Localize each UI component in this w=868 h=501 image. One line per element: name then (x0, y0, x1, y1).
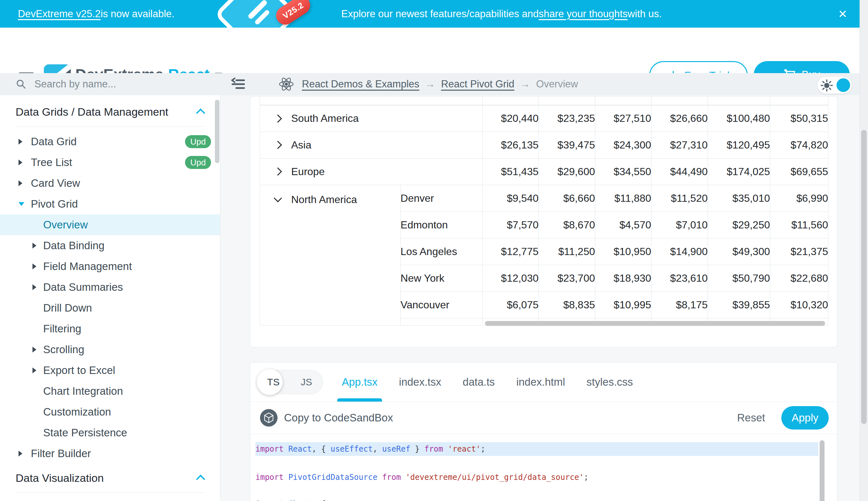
sidebar-item-customization[interactable]: Customization (0, 402, 220, 422)
pivot-cell[interactable]: $10,950 (595, 238, 651, 265)
chevron-right-icon[interactable] (274, 167, 282, 175)
pivot-horizontal-scrollbar[interactable] (485, 321, 825, 326)
pivot-cell[interactable]: $27,310 (651, 131, 708, 158)
pivot-cell[interactable]: $18,930 (595, 265, 651, 291)
sidebar-item-tree-list[interactable]: Tree ListUpd (0, 152, 220, 173)
code-tab-data-ts[interactable]: data.ts (463, 363, 495, 402)
pivot-city-los-angeles[interactable]: Los Angeles (400, 238, 482, 265)
breadcrumb-demos-link[interactable]: React Demos & Examples (302, 78, 419, 90)
code-vertical-scrollbar[interactable] (820, 440, 824, 501)
search-input[interactable] (34, 78, 191, 90)
pivot-cell[interactable]: $22,680 (770, 265, 828, 291)
apply-button[interactable]: Apply (781, 406, 829, 429)
switch-ts-label[interactable]: TS (258, 370, 289, 394)
pivot-cell[interactable]: $9,540 (483, 185, 539, 212)
sidebar-item-drill-down[interactable]: Drill Down (0, 298, 220, 318)
expand-arrow-icon[interactable] (32, 284, 36, 290)
theme-toggle-knob[interactable] (836, 78, 850, 92)
sidebar-item-data-binding[interactable]: Data Binding (0, 235, 220, 256)
theme-toggle[interactable] (817, 77, 852, 94)
code-line[interactable]: import PivotGridDataSource from 'devextr… (255, 470, 589, 484)
chevron-right-icon[interactable] (274, 141, 282, 149)
pivot-cell[interactable]: $8,670 (539, 212, 595, 238)
pivot-cell[interactable]: $7,010 (651, 212, 708, 238)
pivot-cell[interactable]: $44,490 (651, 158, 708, 185)
copy-to-codesandbox-label[interactable]: Copy to CodeSandBox (284, 412, 393, 424)
pivot-cell[interactable]: $29,250 (708, 212, 770, 238)
pivot-cell[interactable]: $69,655 (770, 158, 828, 185)
reset-button[interactable]: Reset (737, 412, 765, 424)
pivot-cell[interactable]: $8,175 (651, 291, 708, 318)
sidebar-item-data-grid[interactable]: Data GridUpd (0, 131, 220, 152)
sidebar-item-data-summaries[interactable]: Data Summaries (0, 277, 220, 298)
chevron-right-icon[interactable] (274, 114, 282, 122)
pivot-cell[interactable]: $100,480 (708, 105, 770, 131)
code-line[interactable]: import Chart, { (255, 497, 326, 501)
pivot-cell[interactable]: $27,510 (595, 105, 651, 131)
chevron-up-icon[interactable] (196, 475, 205, 484)
pivot-cell[interactable]: $12,775 (483, 238, 539, 265)
pivot-region-europe[interactable]: Europe (260, 158, 483, 185)
breadcrumb-component-link[interactable]: React Pivot Grid (441, 78, 515, 90)
pivot-region-north-america[interactable]: North America (260, 185, 400, 325)
page-scrollbar-track[interactable] (859, 0, 868, 501)
pivot-cell[interactable]: $74,820 (770, 131, 828, 158)
pivot-cell[interactable]: $50,790 (708, 265, 770, 291)
pivot-cell[interactable]: $14,900 (651, 238, 708, 265)
collapse-arrow-icon[interactable] (19, 202, 24, 206)
pivot-cell[interactable]: $20,440 (483, 105, 539, 131)
pivot-cell[interactable]: $4,570 (595, 212, 651, 238)
pivot-cell[interactable]: $39,855 (708, 291, 770, 318)
expand-arrow-icon[interactable] (19, 139, 22, 145)
pivot-cell[interactable]: $29,600 (539, 158, 595, 185)
code-tab-index-tsx[interactable]: index.tsx (399, 363, 441, 402)
banner-close-icon[interactable]: ✕ (833, 0, 853, 28)
sidebar-scrollbar[interactable] (215, 100, 219, 163)
expand-arrow-icon[interactable] (32, 243, 36, 248)
pivot-cell[interactable]: $6,075 (483, 291, 539, 318)
pivot-region-south-america[interactable]: South America (260, 105, 483, 131)
chevron-down-icon[interactable] (274, 194, 282, 202)
expand-arrow-icon[interactable] (19, 451, 22, 457)
pivot-cell[interactable]: $11,560 (770, 212, 828, 238)
page-scrollbar-thumb[interactable] (861, 130, 867, 424)
expand-arrow-icon[interactable] (32, 264, 36, 269)
pivot-cell[interactable]: $24,300 (595, 131, 651, 158)
sidebar-section-data-grids-data-management[interactable]: Data Grids / Data Management (0, 100, 220, 124)
sidebar-item-state-persistence[interactable]: State Persistence (0, 422, 220, 443)
sidebar-item-chart-integration[interactable]: Chart Integration (0, 381, 220, 402)
pivot-cell[interactable]: $21,375 (770, 238, 828, 265)
sidebar-item-field-management[interactable]: Field Management (0, 256, 220, 277)
pivot-cell[interactable]: $23,700 (539, 265, 595, 291)
chevron-up-icon[interactable] (196, 108, 205, 118)
sidebar-item-scrolling[interactable]: Scrolling (0, 339, 220, 360)
sidebar-section-data-visualization[interactable]: Data Visualization (0, 466, 220, 490)
pivot-cell[interactable]: $26,660 (651, 105, 708, 131)
code-line[interactable]: import React, { useEffect, useRef } from… (255, 442, 818, 456)
code-tab-index-html[interactable]: index.html (516, 363, 565, 402)
sidebar-item-overview[interactable]: Overview (0, 214, 220, 235)
pivot-cell[interactable]: $23,235 (539, 105, 595, 131)
pivot-region-asia[interactable]: Asia (260, 131, 483, 158)
pivot-cell[interactable]: $7,570 (483, 212, 539, 238)
pivot-cell[interactable]: $50,315 (770, 105, 828, 131)
pivot-cell[interactable]: $10,320 (770, 291, 828, 318)
pivot-cell[interactable]: $23,610 (651, 265, 708, 291)
sidebar-item-pivot-grid[interactable]: Pivot Grid (0, 194, 220, 214)
pivot-city-edmonton[interactable]: Edmonton (400, 212, 482, 238)
pivot-cell[interactable]: $120,495 (708, 131, 770, 158)
codesandbox-icon[interactable] (260, 409, 277, 427)
pivot-cell[interactable]: $12,030 (483, 265, 539, 291)
pivot-city-new-york[interactable]: New York (400, 265, 482, 291)
sidebar-collapse-icon[interactable] (230, 77, 245, 93)
share-thoughts-link[interactable]: share your thoughts (539, 8, 628, 20)
pivot-cell[interactable]: $49,300 (708, 238, 770, 265)
switch-js-label[interactable]: JS (290, 370, 323, 394)
sidebar-item-card-view[interactable]: Card View (0, 173, 220, 194)
pivot-cell[interactable]: $35,010 (708, 185, 770, 212)
ts-js-switch[interactable]: TS JS (257, 370, 323, 394)
sidebar-item-filtering[interactable]: Filtering (0, 318, 220, 339)
pivot-cell[interactable]: $11,520 (651, 185, 708, 212)
pivot-cell[interactable]: $11,880 (595, 185, 651, 212)
expand-arrow-icon[interactable] (19, 160, 22, 166)
